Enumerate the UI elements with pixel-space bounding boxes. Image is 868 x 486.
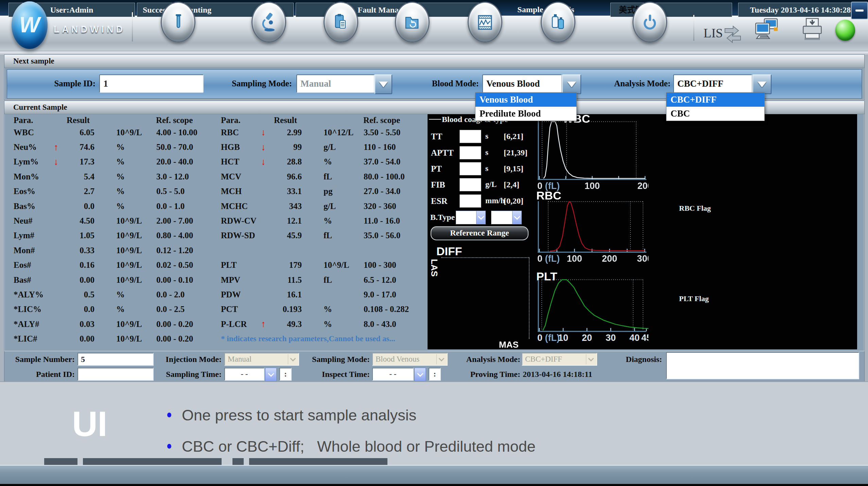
param-flag-arrow: ↓ bbox=[51, 157, 61, 167]
param-ref-scope: 0.00 - 0.20 bbox=[156, 319, 215, 329]
coag-input-fib[interactable] bbox=[459, 178, 481, 191]
sampling-time-label: Sampling Time: bbox=[159, 368, 222, 381]
power-button[interactable] bbox=[632, 2, 667, 42]
param-unit: g/L bbox=[324, 202, 364, 211]
svg-text:40: 40 bbox=[629, 333, 640, 343]
param-ref-scope: 27.0 - 34.0 bbox=[364, 187, 425, 196]
blood-type-select-1[interactable] bbox=[456, 211, 486, 224]
rbc-histogram: 0 (fL)100200300 bbox=[536, 200, 648, 264]
inspect-time-combo[interactable]: - - bbox=[372, 368, 414, 381]
blood-type-select-2[interactable] bbox=[491, 211, 522, 224]
blood-mode-combo[interactable]: Venous Blood bbox=[482, 74, 562, 93]
qc-chart-button[interactable] bbox=[468, 2, 502, 42]
diff-plot-border bbox=[529, 257, 530, 339]
analysis-mode-arrow[interactable] bbox=[752, 74, 771, 94]
sampling-time-arrow[interactable] bbox=[265, 368, 277, 381]
param-result: 0.0 bbox=[61, 202, 94, 211]
coag-input-tt[interactable] bbox=[459, 130, 481, 143]
printer-icon[interactable] bbox=[799, 16, 825, 42]
param-result: 0.5 bbox=[61, 290, 94, 299]
table-row: Eos#0.1610^9/L0.02 - 0.50 bbox=[14, 258, 215, 273]
param-unit: pg bbox=[324, 187, 364, 196]
diagnosis-label: Diagnosis: bbox=[608, 353, 662, 366]
param-ref-scope: 0.00 - 0.20 bbox=[156, 334, 215, 344]
dropdown-option[interactable]: CBC+DIFF bbox=[666, 93, 764, 107]
param-flag-arrow: ↓ bbox=[258, 157, 268, 167]
table-row: RDW-CV12.1%11.0 - 16.0 bbox=[221, 213, 425, 228]
coag-input-esr[interactable] bbox=[459, 194, 481, 208]
sampling-time-combo[interactable]: - - bbox=[224, 368, 264, 381]
test-tube-button[interactable] bbox=[161, 2, 195, 42]
review-folder-icon bbox=[402, 12, 423, 33]
param-name: Mon# bbox=[14, 246, 51, 255]
patient-id-label: Patient ID: bbox=[12, 368, 75, 381]
lis-transfer-button[interactable]: LIS bbox=[704, 22, 743, 44]
inspect-time-arrow[interactable] bbox=[414, 368, 426, 381]
coag-unit: s bbox=[485, 132, 488, 141]
param-name: Eos% bbox=[14, 187, 51, 196]
svg-text:200: 200 bbox=[637, 181, 648, 191]
table-row: MCHC343g/L320 - 360 bbox=[221, 199, 425, 213]
param-result: 0.16 bbox=[61, 260, 94, 270]
worklist-button[interactable] bbox=[324, 2, 358, 42]
network-computer-icon[interactable] bbox=[753, 17, 779, 42]
param-unit: % bbox=[116, 290, 156, 299]
sampling-mode-combo[interactable]: Manual bbox=[296, 74, 375, 93]
param-unit: fL bbox=[324, 275, 364, 285]
param-unit: % bbox=[116, 142, 156, 152]
coag-input-pt[interactable] bbox=[459, 162, 481, 175]
param-ref-scope: 100 - 300 bbox=[364, 260, 425, 270]
reference-range-button[interactable]: Reference Range bbox=[431, 226, 528, 240]
lis-transfer-arrows-icon bbox=[723, 22, 743, 44]
svg-text:30: 30 bbox=[606, 333, 616, 343]
param-flag-arrow: ↑ bbox=[51, 142, 61, 153]
param-unit: % bbox=[116, 172, 156, 181]
sampling-mode-arrow[interactable] bbox=[375, 74, 392, 94]
param-name: HCT bbox=[221, 157, 258, 167]
param-ref-scope: 0.80 - 4.00 bbox=[156, 231, 215, 240]
table-row: RBC↓2.9910^12/L3.50 - 5.50 bbox=[221, 125, 425, 140]
reagent-button[interactable] bbox=[541, 2, 575, 42]
dropdown-option[interactable]: Venous Blood bbox=[475, 93, 576, 107]
bullet-icon bbox=[167, 444, 171, 449]
param-result: 49.3 bbox=[268, 319, 302, 329]
table-row: *ALY#0.0310^9/L0.00 - 0.20 bbox=[14, 317, 215, 331]
dropdown-option[interactable]: Predilute Blood bbox=[475, 107, 576, 121]
microscope-button[interactable] bbox=[251, 2, 286, 42]
analysis-mode-dropdown[interactable]: CBC+DIFFCBC bbox=[666, 92, 765, 121]
param-name: Lym# bbox=[14, 231, 51, 240]
param-ref-scope: 80.0 - 100.0 bbox=[364, 172, 425, 181]
param-name: MCHC bbox=[221, 202, 258, 211]
blood-mode-arrow[interactable] bbox=[562, 74, 581, 94]
table-row bbox=[221, 243, 425, 258]
toolbar-separator bbox=[693, 15, 694, 41]
patient-id-input[interactable] bbox=[77, 368, 154, 381]
sample-number-input[interactable]: 5 bbox=[77, 353, 154, 366]
coag-ref-range: [21,39] bbox=[504, 148, 527, 157]
minimize-button[interactable] bbox=[851, 2, 868, 19]
test-tube-icon bbox=[168, 12, 189, 33]
analysis-mode-combo[interactable]: CBC+DIFF bbox=[673, 74, 752, 93]
obscured-ui-fragment bbox=[232, 458, 244, 465]
param-ref-scope: 2.00 - 7.00 bbox=[156, 216, 215, 226]
param-name: *LIC# bbox=[14, 334, 51, 344]
blood-mode-dropdown[interactable]: Venous BloodPredilute Blood bbox=[475, 92, 577, 121]
diagnosis-textarea[interactable] bbox=[666, 352, 859, 379]
sample-id-input[interactable]: 1 bbox=[99, 74, 204, 93]
inspect-time-colon: : bbox=[429, 368, 441, 381]
param-result: 2.99 bbox=[268, 128, 302, 137]
param-ref-scope: 35.0 - 56.0 bbox=[364, 231, 425, 240]
param-ref-scope: 4.00 - 10.00 bbox=[156, 128, 215, 137]
parameter-table-left: WBC6.0510^9/L4.00 - 10.00Neu%↑74.6%50.0 … bbox=[14, 125, 215, 346]
table-row: *ALY%0.5%0.0 - 2.0 bbox=[14, 287, 215, 302]
param-result: 6.05 bbox=[61, 128, 94, 137]
param-name: *ALY# bbox=[14, 319, 51, 329]
table-row: Neu#4.5010^9/L2.00 - 7.00 bbox=[14, 213, 215, 228]
sampling-mode-label: Sampling Mode: bbox=[211, 74, 292, 93]
param-unit: % bbox=[116, 187, 156, 196]
parameter-table-right: RBC↓2.9910^12/L3.50 - 5.50HGB↓99g/L110 -… bbox=[221, 125, 425, 346]
review-folder-button[interactable] bbox=[395, 2, 430, 42]
dropdown-option[interactable]: CBC bbox=[666, 107, 764, 121]
svg-text:200: 200 bbox=[602, 254, 617, 264]
coag-input-aptt[interactable] bbox=[459, 146, 481, 159]
